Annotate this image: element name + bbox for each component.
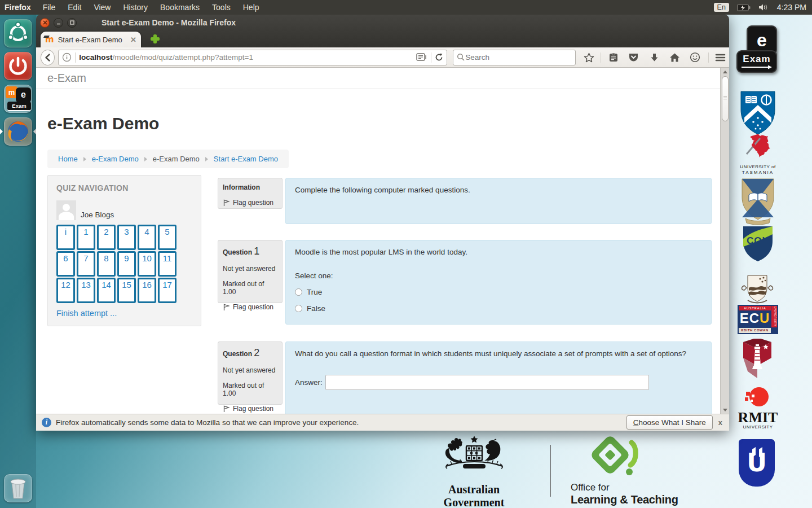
bookmarks-menu-icon[interactable]: [604, 50, 621, 65]
hello-smiley-icon[interactable]: [687, 50, 704, 65]
search-bar[interactable]: [453, 50, 576, 65]
qnav-button-4[interactable]: 4: [138, 225, 156, 250]
menu-tools[interactable]: Tools: [212, 3, 231, 12]
rmit-logo: RMIT UNIVERSITY: [738, 385, 778, 430]
reload-icon[interactable]: [435, 53, 443, 62]
olt-learning-teaching: Learning & Teaching: [571, 493, 700, 506]
qnav-button-10[interactable]: 10: [138, 251, 156, 277]
page-title: e-Exam Demo: [47, 114, 159, 133]
cqu-logo: CQU: [741, 224, 775, 265]
qnav-button-12[interactable]: 12: [56, 278, 75, 303]
eexam-app-icon[interactable]: m e Exam: [4, 85, 32, 113]
qnav-button-17[interactable]: 17: [158, 278, 176, 303]
unisa-logo: U: [739, 439, 775, 487]
eexam-key-exam: Exam: [736, 50, 777, 73]
notification-close-icon[interactable]: x: [718, 418, 722, 427]
url-path: /moodle/mod/quiz/attempt.php?attempt=1: [112, 53, 416, 62]
qnav-button-6[interactable]: 6: [56, 251, 75, 277]
navigation-toolbar: localhost /moodle/mod/quiz/attempt.php?a…: [36, 47, 729, 68]
finish-attempt-link[interactable]: Finish attempt ...: [56, 309, 117, 318]
scroll-up-icon[interactable]: [721, 68, 729, 76]
eexam-key-e: e: [16, 87, 31, 103]
question-label: Question: [223, 248, 252, 256]
site-navbar: e-Exam: [36, 68, 729, 89]
power-icon[interactable]: [4, 52, 32, 80]
downloads-icon[interactable]: [646, 50, 663, 65]
qnav-button-2[interactable]: 2: [97, 225, 116, 250]
plus-icon: [151, 34, 160, 43]
qnav-button-3[interactable]: 3: [117, 225, 136, 250]
menu-edit[interactable]: Edit: [68, 3, 81, 12]
breadcrumb-attempt[interactable]: Start e-Exam Demo: [214, 155, 278, 163]
menu-file[interactable]: File: [43, 3, 56, 12]
trash-icon[interactable]: [4, 474, 32, 502]
info-icon: i: [42, 418, 51, 427]
anu-logo: [740, 271, 775, 306]
window-titlebar[interactable]: Start e-Exam Demo - Mozilla Firefox: [36, 15, 729, 30]
pocket-icon[interactable]: [625, 50, 642, 65]
clock[interactable]: 4:23 PM: [777, 3, 806, 12]
breadcrumb-course[interactable]: e-Exam Demo: [92, 155, 139, 163]
qnav-button-13[interactable]: 13: [77, 278, 95, 303]
home-icon[interactable]: [666, 50, 683, 65]
olt-diamond-icon: [583, 436, 651, 480]
back-button[interactable]: [41, 50, 55, 65]
window-maximize-button[interactable]: [67, 18, 77, 28]
qnav-button-15[interactable]: 15: [117, 278, 136, 303]
search-input[interactable]: [465, 53, 561, 62]
reader-mode-icon[interactable]: [416, 53, 427, 62]
answer-input[interactable]: [325, 375, 649, 390]
language-indicator[interactable]: En: [714, 3, 729, 12]
qnav-button-8[interactable]: 8: [97, 251, 116, 277]
window-minimize-button[interactable]: [54, 18, 63, 28]
flag-question[interactable]: Flag question: [223, 303, 277, 311]
battery-icon[interactable]: [737, 4, 751, 11]
breadcrumb-home[interactable]: Home: [58, 155, 78, 163]
radio-true[interactable]: [295, 288, 302, 296]
window-close-button[interactable]: [40, 18, 50, 28]
menu-history[interactable]: History: [123, 3, 148, 12]
firefox-dock-icon[interactable]: [4, 117, 32, 146]
flag-question-label: Flag question: [233, 199, 273, 207]
volume-icon[interactable]: [758, 3, 769, 11]
coat-of-arms-icon: [435, 435, 514, 481]
qnav-button-7[interactable]: 7: [77, 251, 95, 277]
url-bar[interactable]: localhost /moodle/mod/quiz/attempt.php?a…: [58, 50, 447, 65]
url-host: localhost: [79, 53, 112, 62]
option-true-label[interactable]: True: [307, 288, 322, 296]
new-tab-button[interactable]: [147, 32, 164, 46]
ubuntu-dash-icon[interactable]: [4, 19, 32, 47]
option-false-label[interactable]: False: [307, 304, 325, 313]
menu-help[interactable]: Help: [243, 3, 259, 12]
qnav-button-i[interactable]: i: [56, 225, 75, 250]
scrollbar-thumb[interactable]: [722, 76, 729, 121]
vertical-scrollbar[interactable]: [720, 68, 729, 414]
hamburger-menu-icon[interactable]: [712, 50, 729, 65]
site-brand[interactable]: e-Exam: [47, 72, 86, 85]
radio-false[interactable]: [295, 305, 302, 312]
tab-start-eexam-demo[interactable]: m Start e-Exam Demo ✕: [41, 32, 141, 47]
question-status: Not yet answered: [223, 265, 277, 273]
qnav-button-5[interactable]: 5: [158, 225, 176, 250]
qnav-button-16[interactable]: 16: [138, 278, 156, 303]
eexam-key-exam: Exam: [7, 102, 31, 111]
olt-office-for: Office for: [571, 482, 700, 493]
ecu-ec: EC: [740, 310, 760, 326]
flag-question[interactable]: Flag question: [223, 199, 277, 207]
site-info-icon[interactable]: [62, 52, 72, 62]
question-number: 1: [254, 246, 259, 257]
scroll-down-icon[interactable]: [721, 406, 729, 414]
qnav-button-14[interactable]: 14: [97, 278, 116, 303]
menu-view[interactable]: View: [94, 3, 111, 12]
qnav-button-9[interactable]: 9: [117, 251, 136, 277]
qnav-button-11[interactable]: 11: [158, 251, 176, 277]
choose-what-i-share-button[interactable]: Choose What I Share: [626, 415, 713, 430]
menu-bookmarks[interactable]: Bookmarks: [160, 3, 200, 12]
tab-close-icon[interactable]: ✕: [130, 36, 136, 44]
flag-question[interactable]: Flag question: [223, 405, 277, 413]
bookmark-star-icon[interactable]: [580, 50, 597, 65]
question-status: Not yet answered: [223, 366, 277, 374]
active-app-name: Firefox: [5, 3, 31, 12]
ecu-university-side: UNIVERSITY: [771, 306, 777, 327]
qnav-button-1[interactable]: 1: [77, 225, 95, 250]
